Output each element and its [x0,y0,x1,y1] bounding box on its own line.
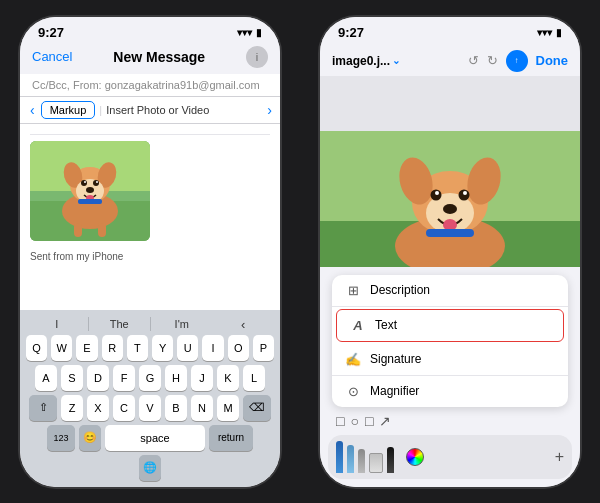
email-body[interactable]: Sent from my iPhone [20,124,280,310]
status-icons-left: ▾▾▾ ▮ [237,27,262,38]
key-o[interactable]: O [228,335,249,361]
svg-rect-15 [74,223,82,237]
menu-item-signature[interactable]: ✍ Signature [332,344,568,376]
share-icon[interactable]: ↑ [506,50,528,72]
compose-toolbar: ‹ Markup | Insert Photo or Video › [20,97,280,124]
shift-key[interactable]: ⇧ [29,395,57,421]
svg-rect-16 [98,223,106,237]
file-name[interactable]: image0.j... ⌄ [332,54,400,68]
svg-rect-14 [78,199,102,204]
battery-icon-right: ▮ [556,27,562,38]
pen-tool-blue[interactable] [336,441,343,473]
arrow-icon[interactable]: ↗ [379,413,391,429]
pen-tool-lightblue[interactable] [347,445,354,473]
key-n[interactable]: N [191,395,213,421]
insert-media-button[interactable]: Insert Photo or Video [106,104,209,116]
key-d[interactable]: D [87,365,109,391]
return-key[interactable]: return [209,425,253,451]
time-left: 9:27 [38,25,64,40]
key-row-3: ⇧ Z X C V B N M ⌫ [26,395,274,421]
toolbar-divider: | [99,104,102,116]
magnifier-label: Magnifier [370,384,419,398]
email-signature: Sent from my iPhone [30,251,270,262]
status-bar-right: 9:27 ▾▾▾ ▮ [320,17,580,44]
signature-icon: ✍ [344,352,362,367]
svg-point-10 [84,181,86,183]
pred-1[interactable]: I [26,318,88,330]
cc-from-field[interactable]: Cc/Bcc, From: gonzagakatrina91b@gmail.co… [20,74,280,97]
key-m[interactable]: M [217,395,239,421]
key-v[interactable]: V [139,395,161,421]
chevron-left-icon[interactable]: ‹ [213,317,275,332]
eraser-tool[interactable] [369,453,383,473]
left-phone: 9:27 ▾▾▾ ▮ Cancel New Message i Cc/Bcc, … [0,0,300,503]
key-r[interactable]: R [102,335,123,361]
add-tool-button[interactable]: + [555,448,564,466]
keyboard: I The I'm ‹ Q W E R T Y U I O P [20,310,280,487]
key-g[interactable]: G [139,365,161,391]
svg-point-11 [96,181,98,183]
key-y[interactable]: Y [152,335,173,361]
key-l[interactable]: L [243,365,265,391]
text-icon: A [349,318,367,333]
status-icons-right: ▾▾▾ ▮ [537,27,562,38]
key-u[interactable]: U [177,335,198,361]
circle-shape-icon[interactable]: ○ [350,413,358,429]
undo-icon[interactable]: ↺ [468,53,479,68]
globe-key[interactable]: 🌐 [139,455,161,481]
menu-item-description[interactable]: ⊞ Description [332,275,568,307]
pen-tool-gray[interactable] [358,449,365,473]
markup-button[interactable]: Markup [41,101,96,119]
markup-toolbar-area: ⊞ Description A Text ✍ Signature ⊙ Magni… [320,267,580,487]
battery-icon: ▮ [256,27,262,38]
menu-item-text[interactable]: A Text [336,309,564,342]
subject-area[interactable] [30,130,270,135]
cancel-button[interactable]: Cancel [32,49,72,64]
key-row-4: 123 😊 space return [26,425,274,451]
key-w[interactable]: W [51,335,72,361]
speech-bubble-icon[interactable]: □ [365,413,373,429]
pred-2[interactable]: The [89,318,151,330]
key-e[interactable]: E [76,335,97,361]
key-c[interactable]: C [113,395,135,421]
space-key[interactable]: space [105,425,205,451]
done-button[interactable]: Done [536,53,569,68]
pen-tool-dark[interactable] [387,447,394,473]
delete-key[interactable]: ⌫ [243,395,271,421]
svg-point-12 [86,187,94,193]
magnifier-icon: ⊙ [344,384,362,399]
key-p[interactable]: P [253,335,274,361]
key-t[interactable]: T [127,335,148,361]
time-right: 9:27 [338,25,364,40]
key-f[interactable]: F [113,365,135,391]
key-z[interactable]: Z [61,395,83,421]
right-arrow-icon[interactable]: › [267,102,272,118]
menu-item-magnifier[interactable]: ⊙ Magnifier [332,376,568,407]
svg-point-26 [459,190,470,201]
rectangle-shape-icon[interactable]: □ [336,413,344,429]
svg-point-28 [463,191,467,195]
description-icon: ⊞ [344,283,362,298]
numbers-key[interactable]: 123 [47,425,75,451]
key-x[interactable]: X [87,395,109,421]
key-k[interactable]: K [217,365,239,391]
key-a[interactable]: A [35,365,57,391]
info-button[interactable]: i [246,46,268,68]
key-q[interactable]: Q [26,335,47,361]
markup-nav: image0.j... ⌄ ↺ ↻ ↑ Done [320,44,580,76]
pred-3[interactable]: I'm [151,318,213,330]
color-picker-icon[interactable] [406,448,424,466]
key-h[interactable]: H [165,365,187,391]
key-b[interactable]: B [165,395,187,421]
context-menu: ⊞ Description A Text ✍ Signature ⊙ Magni… [332,275,568,407]
key-s[interactable]: S [61,365,83,391]
attached-image-small [30,141,150,241]
emoji-key[interactable]: 😊 [79,425,101,451]
text-label: Text [375,318,397,332]
redo-icon[interactable]: ↻ [487,53,498,68]
description-label: Description [370,283,430,297]
key-j[interactable]: J [191,365,213,391]
left-arrow-icon[interactable]: ‹ [28,102,37,118]
info-icon: i [256,51,258,63]
key-i[interactable]: I [202,335,223,361]
